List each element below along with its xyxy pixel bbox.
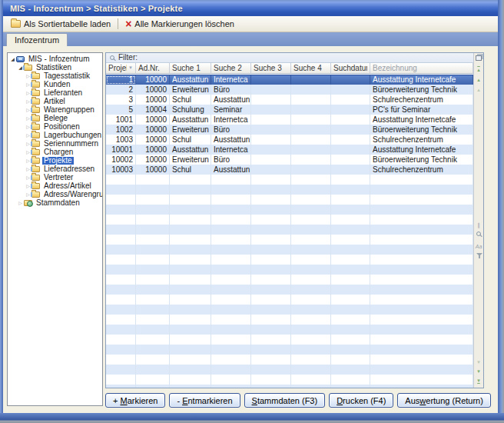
table-cell bbox=[251, 365, 291, 375]
table-cell bbox=[106, 285, 136, 295]
table-row[interactable]: 110000AusstattunInternetcaAusstattung In… bbox=[106, 75, 473, 85]
drucken-button[interactable]: Drucken (F4) bbox=[329, 393, 393, 408]
tree-item-chargen[interactable]: ▷Chargen bbox=[8, 148, 102, 156]
previous-row-icon[interactable]: ▴ bbox=[474, 85, 483, 95]
table-cell: 10003 bbox=[106, 165, 136, 175]
column-header-suche-2[interactable]: Suche 2 bbox=[211, 63, 251, 73]
tree-item-tagesstatistik[interactable]: ▷Tagesstatistik bbox=[8, 72, 102, 80]
column-header-ad-nr[interactable]: Ad.Nr. bbox=[136, 63, 170, 73]
column-header-suchdatum[interactable]: Suchdatum bbox=[331, 63, 370, 73]
folder-icon bbox=[32, 141, 40, 147]
grid-main: Filter: Projekt▼Ad.Nr.Suche 1Suche 2Such… bbox=[106, 53, 473, 388]
collapse-icon[interactable]: ◢ bbox=[9, 55, 16, 63]
table-row[interactable]: 510004SchulungSeminarPC's für Seminar bbox=[106, 105, 473, 115]
table-row[interactable]: 100110000AusstattunInternetcaAusstattung… bbox=[106, 115, 473, 125]
tree-item-adress-warengruppen[interactable]: ▷Adress/Warengruppen bbox=[8, 191, 102, 198]
tree-item-kunden[interactable]: ▷Kunden bbox=[8, 81, 102, 88]
table-cell bbox=[211, 365, 251, 375]
tree-item-seriennummern[interactable]: ▷Seriennummern bbox=[8, 140, 102, 148]
table-row-empty bbox=[106, 305, 473, 315]
table-cell bbox=[170, 245, 211, 255]
table-cell bbox=[136, 335, 170, 345]
tree-item-vertreter[interactable]: ▷Vertreter bbox=[8, 174, 102, 182]
tree-item-positionen[interactable]: ▷Positionen bbox=[8, 123, 102, 131]
column-chooser-icon[interactable] bbox=[476, 55, 482, 61]
table-cell: Büroerweiterung Technik bbox=[370, 125, 473, 135]
table-cell bbox=[331, 175, 370, 185]
table-cell bbox=[291, 245, 331, 255]
table-row[interactable]: 100210000ErweiterunBüroBüroerweiterung T… bbox=[106, 125, 473, 135]
tree-item-artikel[interactable]: ▷Artikel bbox=[8, 98, 102, 105]
table-cell bbox=[136, 375, 170, 385]
stammdaten-button[interactable]: Stammdaten (F3) bbox=[244, 393, 326, 408]
table-cell bbox=[170, 325, 211, 335]
table-cell: Ausstattung Internetcafe bbox=[370, 115, 473, 125]
table-cell bbox=[136, 205, 170, 215]
table-cell: 10000 bbox=[136, 125, 170, 135]
table-cell bbox=[136, 185, 170, 195]
last-row-icon[interactable]: ▾ bbox=[474, 376, 483, 385]
column-header-suche-3[interactable]: Suche 3 bbox=[251, 63, 291, 73]
auswertung-button[interactable]: Auswertung (Return) bbox=[397, 393, 491, 408]
tree-item-lieferanten[interactable]: ▷Lieferanten bbox=[8, 89, 102, 97]
table-cell: Seminar bbox=[211, 105, 251, 115]
tree-item-stammdaten[interactable]: ▷Stammdaten bbox=[8, 199, 102, 207]
columns-icon[interactable]: ∥ bbox=[474, 221, 483, 230]
table-cell bbox=[106, 365, 136, 375]
column-header-bezeichnung[interactable]: Bezeichnung bbox=[370, 63, 473, 73]
table-cell bbox=[291, 115, 331, 125]
tree-item-projekte[interactable]: ▷Projekte bbox=[8, 157, 102, 165]
filter-funnel-icon[interactable] bbox=[476, 253, 482, 256]
search-icon[interactable] bbox=[476, 231, 481, 236]
table-row-empty bbox=[106, 275, 473, 285]
table-cell bbox=[291, 175, 331, 185]
button-label-post: tammdaten (F3) bbox=[257, 396, 317, 405]
table-cell: Schul bbox=[170, 135, 211, 145]
column-header-suche-1[interactable]: Suche 1 bbox=[170, 63, 211, 73]
table-row[interactable]: 210000ErweiterunBüroBüroerweiterung Tech… bbox=[106, 85, 473, 95]
table-cell bbox=[370, 225, 473, 235]
tree-item-warengruppen[interactable]: ▷Warengruppen bbox=[8, 106, 102, 114]
table-row[interactable]: 1000110000AusstattunInternetcaAusstattun… bbox=[106, 145, 473, 155]
table-cell: Internetca bbox=[211, 75, 251, 85]
tree-item-label: Artikel bbox=[42, 98, 67, 105]
entmarkieren-button[interactable]: - Entmarkieren bbox=[169, 393, 240, 408]
expand-icon[interactable]: ▷ bbox=[17, 199, 24, 207]
table-cell bbox=[370, 355, 473, 365]
tree-item-mis-infozentrum[interactable]: ◢MIS - Infozentrum bbox=[8, 55, 102, 63]
tree-item-adress-artikel[interactable]: ▷Adress/Artikel bbox=[8, 182, 102, 190]
table-cell bbox=[370, 175, 473, 185]
table-cell bbox=[251, 295, 291, 305]
table-row[interactable]: 1000310000SchulAusstattunSchulrechenzent… bbox=[106, 165, 473, 175]
filter-row[interactable]: Filter: bbox=[106, 53, 473, 63]
grid-header: Projekt▼Ad.Nr.Suche 1Suche 2Suche 3Suche… bbox=[106, 63, 473, 74]
markieren-button[interactable]: + Markieren bbox=[105, 393, 165, 408]
tree-item-statistiken[interactable]: ◢Statistiken bbox=[8, 64, 102, 72]
table-cell bbox=[251, 345, 291, 355]
first-row-icon[interactable]: ▴ bbox=[474, 65, 483, 75]
tree-item-lagerbuchungen[interactable]: ▷Lagerbuchungen bbox=[8, 132, 102, 139]
next-row-icon[interactable]: ▾ bbox=[474, 358, 483, 367]
table-row[interactable]: 100310000SchulAusstattunSchulrechenzentr… bbox=[106, 135, 473, 145]
load-sort-table-button[interactable]: Als Sortiertabelle laden bbox=[6, 18, 115, 30]
clear-marks-label: Alle Markierungen löschen bbox=[134, 19, 234, 28]
table-cell bbox=[291, 205, 331, 215]
table-cell: 10000 bbox=[136, 145, 170, 155]
text-size-icon[interactable]: Aa bbox=[474, 242, 483, 251]
next-page-icon[interactable]: ▾ bbox=[474, 367, 483, 376]
column-header-label: Ad.Nr. bbox=[138, 63, 167, 73]
clear-marks-button[interactable]: × Alle Markierungen löschen bbox=[121, 18, 239, 30]
column-header-projekt[interactable]: Projekt▼ bbox=[106, 63, 136, 73]
tree-item-lieferadressen[interactable]: ▷Lieferadressen bbox=[8, 165, 102, 173]
window-border-right bbox=[498, 0, 504, 423]
table-cell bbox=[211, 225, 251, 235]
tree-item-belege[interactable]: ▷Belege bbox=[8, 115, 102, 122]
table-cell bbox=[331, 315, 370, 325]
previous-page-icon[interactable]: ▴ bbox=[474, 75, 483, 85]
folder-icon bbox=[32, 175, 40, 181]
tab-infozentrum[interactable]: Infozentrum bbox=[6, 33, 68, 46]
column-header-suche-4[interactable]: Suche 4 bbox=[291, 63, 331, 73]
table-row[interactable]: 1000210000ErweiterunBüroBüroerweiterung … bbox=[106, 155, 473, 165]
table-row[interactable]: 310000SchulAusstattunSchulrechenzentrum bbox=[106, 95, 473, 105]
table-cell bbox=[291, 335, 331, 345]
